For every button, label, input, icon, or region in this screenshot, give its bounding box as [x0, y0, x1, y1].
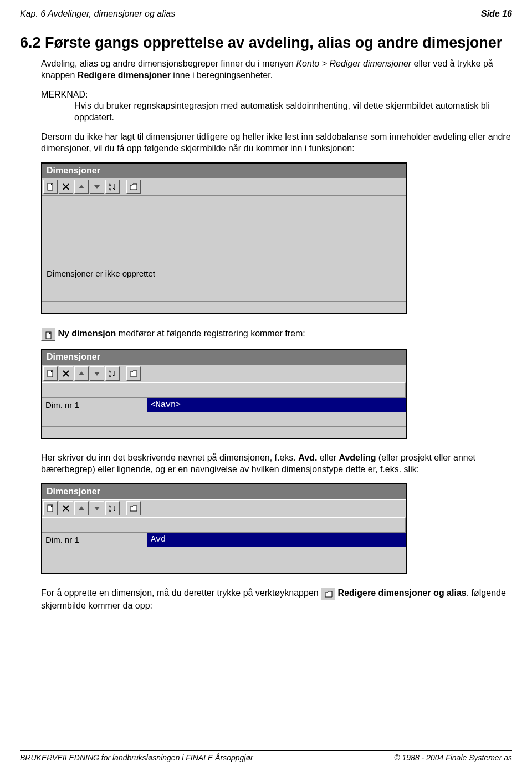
merknad-block: MERKNAD: Hvis du bruker regnskapsintegra… — [41, 89, 512, 124]
grid-header-row — [42, 517, 406, 533]
panel-body: Dim. nr 1 Avd — [42, 517, 406, 573]
grid-header-row — [42, 382, 406, 398]
move-down-button[interactable] — [90, 366, 104, 381]
panel-body: Dimensjoner er ikke opprettet — [42, 196, 406, 301]
row-label: Dim. nr 1 — [42, 533, 147, 547]
delete-button[interactable] — [59, 501, 73, 515]
paragraph-3: Her skriver du inn det beskrivende navne… — [41, 452, 512, 476]
selected-row[interactable]: Dim. nr 1 <Navn> — [42, 398, 406, 412]
move-down-button[interactable] — [90, 501, 104, 515]
row-value[interactable]: Avd — [147, 533, 406, 547]
section-title: 6.2 Første gangs opprettelse av avdeling… — [20, 34, 512, 52]
status-bar — [42, 301, 406, 313]
blank-row — [42, 412, 406, 427]
footer-left: BRUKERVEILEDNING for landbruksløsningen … — [20, 753, 253, 762]
page-footer: BRUKERVEILEDNING for landbruksløsningen … — [20, 751, 512, 762]
delete-button[interactable] — [59, 366, 73, 381]
delete-button[interactable] — [59, 180, 73, 194]
sort-button[interactable] — [105, 180, 120, 194]
dimensjoner-panel-navn: Dimensjoner Dim. nr 1 <Navn> — [41, 349, 407, 439]
move-down-button[interactable] — [90, 180, 104, 194]
header-left: Kap. 6 Avdelinger, dimensjoner og alias — [20, 9, 175, 19]
sort-button[interactable] — [105, 501, 120, 515]
intro-paragraph: Avdeling, alias og andre dimensjonsbegre… — [41, 58, 512, 81]
edit-dimensions-button[interactable] — [126, 366, 141, 381]
panel-title: Dimensjoner — [42, 350, 406, 365]
paragraph-2: Dersom du ikke har lagt til dimensjoner … — [41, 131, 512, 155]
toolbar — [42, 499, 406, 517]
selected-row[interactable]: Dim. nr 1 Avd — [42, 533, 406, 547]
panel-title: Dimensjoner — [42, 164, 406, 178]
merknad-body: Hvis du bruker regnskapsintegrasjon med … — [74, 100, 512, 124]
edit-dimensions-button[interactable] — [126, 180, 141, 194]
paragraph-4: For å opprette en dimensjon, må du deret… — [41, 587, 512, 612]
blank-row — [42, 547, 406, 561]
panel-title: Dimensjoner — [42, 484, 406, 499]
move-up-button[interactable] — [74, 366, 89, 381]
row-value[interactable]: <Navn> — [147, 398, 406, 412]
new-icon — [41, 328, 55, 341]
merknad-label: MERKNAD: — [41, 89, 512, 101]
dimensjoner-panel-avd: Dimensjoner Dim. nr 1 Avd — [41, 483, 407, 574]
row-label: Dim. nr 1 — [42, 398, 147, 412]
move-up-button[interactable] — [74, 180, 89, 194]
page-header: Kap. 6 Avdelinger, dimensjoner og alias … — [20, 9, 512, 19]
header-page-number: Side 16 — [481, 9, 512, 19]
panel-body: Dim. nr 1 <Navn> — [42, 382, 406, 438]
dimensjoner-panel-empty: Dimensjoner Dimensjoner er ikke opprette… — [41, 162, 407, 315]
move-up-button[interactable] — [74, 501, 89, 515]
edit-dimensions-button[interactable] — [126, 501, 141, 515]
new-dimension-line: Ny dimensjon medfører at følgende regist… — [41, 328, 512, 341]
new-button[interactable] — [43, 501, 58, 515]
footer-row — [42, 427, 406, 438]
folder-icon — [321, 587, 335, 600]
sort-button[interactable] — [105, 366, 120, 381]
toolbar — [42, 365, 406, 382]
empty-message: Dimensjoner er ikke opprettet — [47, 268, 155, 279]
footer-row — [42, 561, 406, 573]
new-button[interactable] — [43, 366, 58, 381]
footer-right: © 1988 - 2004 Finale Systemer as — [394, 753, 512, 762]
toolbar — [42, 178, 406, 196]
new-button[interactable] — [43, 180, 58, 194]
